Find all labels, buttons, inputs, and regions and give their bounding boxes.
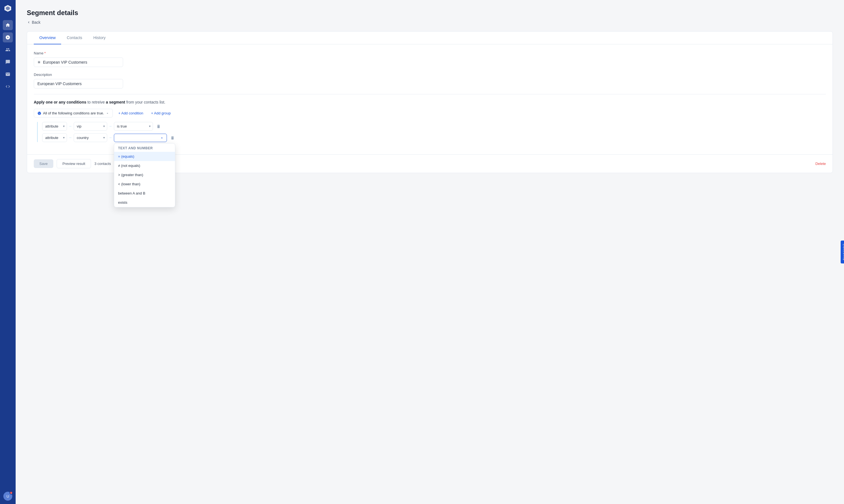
row1-istrue-select[interactable]: is true xyxy=(114,122,153,131)
divider xyxy=(34,94,826,94)
description-label: Description xyxy=(34,73,826,77)
separator2 xyxy=(109,126,112,126)
dropdown-item-between[interactable]: between A and B xyxy=(114,188,175,198)
save-button[interactable]: Save xyxy=(34,159,53,168)
card-body: Name * ✳ European VIP Customers Descript… xyxy=(27,44,832,154)
tabs-container: Overview Contacts History xyxy=(27,32,832,44)
add-group-button[interactable]: + Add group xyxy=(149,109,173,117)
dropdown-item-not-equals[interactable]: ≠ (not equals) xyxy=(114,161,175,170)
page-title: Segment details xyxy=(27,9,833,17)
add-condition-button[interactable]: + Add condition xyxy=(116,109,145,117)
description-field-group: Description European VIP Customers xyxy=(34,73,826,88)
row1-attribute-select[interactable]: attribute xyxy=(42,122,67,131)
back-label: Back xyxy=(32,20,40,24)
separator xyxy=(69,126,71,126)
logo[interactable] xyxy=(3,3,13,13)
notification-badge: 1 xyxy=(10,491,13,494)
sidebar-item-messages[interactable] xyxy=(3,57,13,67)
sidebar-item-segments[interactable] xyxy=(3,32,13,42)
dropdown-item-greater-than[interactable]: > (greater than) xyxy=(114,170,175,179)
row2-col1-wrapper: attribute xyxy=(42,133,67,142)
delete-button[interactable]: Delete xyxy=(815,162,826,166)
main-content: Segment details Back Overview Contacts H… xyxy=(16,0,844,504)
svg-point-2 xyxy=(40,112,40,113)
sidebar: U 1 xyxy=(0,0,16,504)
conditions-tree: attribute vip is true xyxy=(37,122,826,142)
description-input[interactable]: European VIP Customers xyxy=(34,79,123,88)
row1-vip-select[interactable]: vip xyxy=(74,122,107,131)
need-help-button[interactable]: Need Help? xyxy=(841,240,844,264)
separator4 xyxy=(109,138,112,138)
condition-row-2: attribute country xyxy=(42,133,826,142)
group-type-select[interactable]: All of the following conditions are true… xyxy=(34,109,113,118)
dropdown-item-lower-than[interactable]: < (lower than) xyxy=(114,179,175,188)
row2-condition-trigger[interactable] xyxy=(114,134,167,142)
avatar-badge[interactable]: U 1 xyxy=(3,492,12,501)
row2-attribute-select[interactable]: attribute xyxy=(42,133,67,142)
svg-point-1 xyxy=(38,112,39,113)
tab-history[interactable]: History xyxy=(88,32,111,44)
row1-delete-button[interactable] xyxy=(155,123,162,130)
conditions-header: Apply one or any conditions to retreive … xyxy=(34,100,826,104)
row2-col2-wrapper: country xyxy=(74,133,107,142)
sidebar-item-home[interactable] xyxy=(3,20,13,30)
row1-col3-wrapper: is true xyxy=(114,122,153,131)
tab-contacts[interactable]: Contacts xyxy=(61,32,88,44)
sidebar-item-code[interactable] xyxy=(3,82,13,92)
name-field-group: Name * ✳ European VIP Customers xyxy=(34,51,826,67)
contacts-count: 3 contacts xyxy=(94,162,111,166)
row2-col3-dropdown: Text and number = (equals) ≠ (not equals… xyxy=(114,134,167,142)
dropdown-item-equals[interactable]: = (equals) xyxy=(114,152,175,161)
row2-country-select[interactable]: country xyxy=(74,133,107,142)
separator3 xyxy=(69,138,71,138)
svg-point-3 xyxy=(39,113,40,114)
name-label: Name * xyxy=(34,51,826,55)
tab-overview[interactable]: Overview xyxy=(34,32,61,44)
dropdown-section-label: Text and number xyxy=(114,143,175,152)
row1-col1-wrapper: attribute xyxy=(42,122,67,131)
condition-row-1: attribute vip is true xyxy=(42,122,826,131)
row2-delete-button[interactable] xyxy=(169,134,176,141)
sidebar-item-email[interactable] xyxy=(3,69,13,79)
condition-dropdown-menu: Text and number = (equals) ≠ (not equals… xyxy=(114,143,175,208)
svg-point-0 xyxy=(38,112,41,115)
back-button[interactable]: Back xyxy=(27,20,40,24)
preview-button[interactable]: Preview result xyxy=(57,159,91,168)
required-star: * xyxy=(44,51,46,55)
row1-col2-wrapper: vip xyxy=(74,122,107,131)
sidebar-item-contacts[interactable] xyxy=(3,44,13,55)
condition-group-row: All of the following conditions are true… xyxy=(34,109,826,118)
name-icon: ✳ xyxy=(37,60,41,65)
dropdown-item-exists[interactable]: exists xyxy=(114,198,175,207)
segment-card: Overview Contacts History Name * ✳ Europ… xyxy=(27,31,833,173)
name-input[interactable]: ✳ European VIP Customers xyxy=(34,57,123,67)
